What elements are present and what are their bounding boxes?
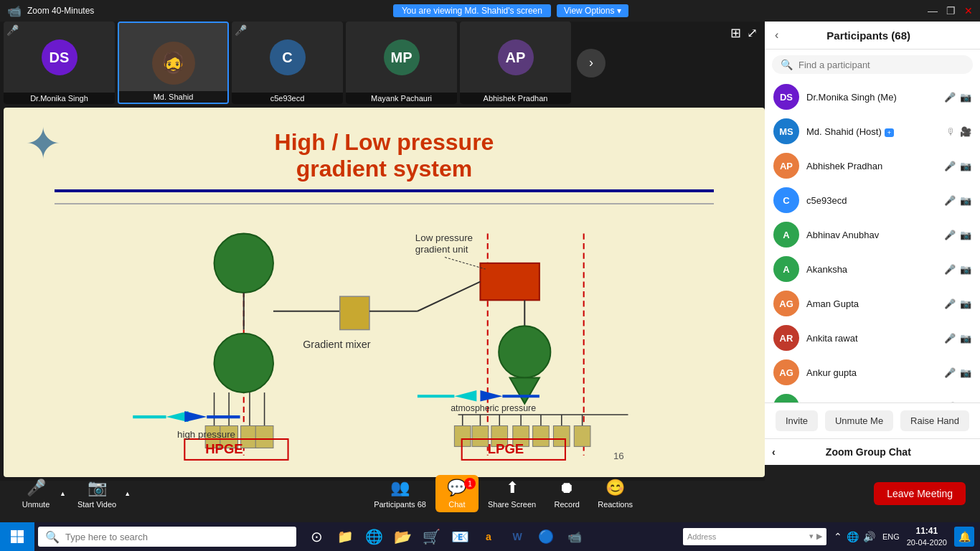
video-off-icon: 📷 — [960, 298, 971, 309]
more-participants-button[interactable]: › — [577, 49, 606, 77]
taskbar-cortana[interactable]: ⊙ — [303, 524, 329, 550]
expand-icon[interactable]: ⤢ — [747, 25, 758, 41]
main-content: DS 🎤 Dr.Monika Singh 🧔 Md. Shahid C 🎤 c5… — [0, 22, 980, 465]
participants-button[interactable]: 👥 Participants 68 — [368, 475, 432, 512]
taskbar-search-icon: 🔍 — [45, 530, 60, 544]
participant-list-item[interactable]: C c5e93ecd 🎤 📷 — [765, 183, 980, 217]
participant-list-item[interactable]: MS Md. Shahid (Host)+ 🎙 🎥 — [765, 114, 980, 149]
search-icon: 🔍 — [781, 59, 793, 70]
participant-status-icons: 🎤 📷 — [944, 264, 971, 275]
participant-list-item[interactable]: DS Dr.Monika Singh (Me) 🎤 📷 — [765, 80, 980, 114]
raise-hand-button[interactable]: Raise Hand — [900, 410, 969, 431]
svg-text:16: 16 — [613, 451, 624, 461]
taskbar-mail[interactable]: 📧 — [447, 524, 473, 550]
muted-icon: 🎤 — [944, 195, 956, 206]
taskbar-edge[interactable]: 🌐 — [361, 524, 387, 550]
video-off-icon: 📷 — [960, 264, 971, 275]
participant-avatar: A — [773, 222, 799, 248]
participant-list-item[interactable]: A Akanksha 🎤 📷 — [765, 252, 980, 286]
taskbar-zoom[interactable]: 📹 — [562, 524, 588, 550]
mic-icon: 🎙 — [946, 126, 956, 137]
taskbar-search-input[interactable] — [65, 532, 289, 542]
video-caret[interactable]: ▲ — [122, 486, 133, 501]
svg-point-28 — [499, 326, 550, 377]
screen-share-banner: You are viewing Md. Shahid's screen — [393, 4, 551, 17]
record-button[interactable]: ⏺ Record — [545, 475, 588, 512]
invite-button[interactable]: Invite — [776, 410, 818, 431]
video-on-icon: 🎥 — [960, 126, 971, 137]
taskbar-files[interactable]: 📂 — [390, 524, 415, 550]
zoom-group-chat-label: ‹ Zoom Group Chat — [772, 446, 973, 458]
participant-avatar: C — [773, 187, 799, 213]
chevron-down-icon: ▾ — [617, 6, 621, 16]
svg-marker-53 — [480, 390, 502, 401]
address-bar-go[interactable]: ▶ — [816, 532, 822, 541]
tray-volume-icon[interactable]: 🔊 — [863, 531, 875, 542]
video-off-icon: 📷 — [960, 230, 971, 240]
participant-avatar: A — [773, 394, 799, 402]
participant-list-item[interactable]: AP Abhishek Pradhan 🎤 📷 — [765, 149, 980, 183]
unmute-caret[interactable]: ▲ — [57, 486, 68, 501]
unmute-button[interactable]: 🎤 Unmute — [14, 475, 57, 512]
participant-list-item[interactable]: A Arsh 🎤 📷 — [765, 390, 980, 402]
taskbar-word[interactable]: W — [504, 524, 530, 550]
participant-thumb-abhishek: AP Abhishek Pradhan — [460, 22, 571, 104]
taskbar-apps: ⊙ 📁 🌐 📂 🛒 📧 a W 🔵 📹 — [303, 524, 588, 550]
slide-star: ✦ — [25, 118, 61, 169]
tray-up-icon[interactable]: ⌃ — [834, 531, 842, 542]
address-bar[interactable]: Address ▾ ▶ — [683, 528, 826, 545]
microphone-icon: 🎤 — [27, 479, 46, 497]
taskbar-store[interactable]: 🛒 — [418, 524, 444, 550]
titlebar: 📹 Zoom 40-Minutes You are viewing Md. Sh… — [0, 0, 980, 22]
taskbar-amazon[interactable]: a — [476, 524, 501, 550]
svg-line-50 — [445, 258, 486, 269]
participant-name: Aman Gupta — [806, 298, 937, 309]
svg-text:Gradient mixer: Gradient mixer — [303, 339, 371, 350]
taskbar-search-box[interactable]: 🔍 — [38, 527, 296, 547]
chat-button[interactable]: 1 💬 Chat — [435, 475, 479, 512]
start-button[interactable] — [0, 522, 34, 551]
participant-list-item[interactable]: AR Ankita rawat 🎤 📷 — [765, 321, 980, 355]
svg-rect-60 — [18, 537, 24, 544]
muted-icon: 🎤 — [944, 367, 956, 378]
share-screen-button[interactable]: ⬆ Share Screen — [482, 475, 542, 512]
participant-list-item[interactable]: A Abhinav Anubhav 🎤 📷 — [765, 217, 980, 252]
participant-search-input[interactable] — [798, 60, 964, 70]
participant-list-item[interactable]: AG Ankur gupta 🎤 📷 — [765, 355, 980, 390]
svg-point-1 — [215, 234, 273, 293]
view-options-button[interactable]: View Options ▾ — [557, 4, 628, 17]
video-area: DS 🎤 Dr.Monika Singh 🧔 Md. Shahid C 🎤 c5… — [0, 22, 765, 465]
slide-divider-gray — [55, 203, 714, 204]
minimize-button[interactable]: — — [928, 5, 938, 17]
chevron-down-panel-icon: ‹ — [772, 446, 776, 458]
participant-search-box[interactable]: 🔍 — [772, 55, 973, 74]
maximize-button[interactable]: ❐ — [946, 5, 956, 17]
address-bar-dropdown[interactable]: ▾ — [809, 532, 814, 541]
participant-thumb-md-shahid: 🧔 Md. Shahid — [118, 22, 229, 104]
participant-thumb-c5e93ecd: C 🎤 c5e93ecd — [232, 22, 343, 104]
taskbar-chrome[interactable]: 🔵 — [533, 524, 559, 550]
lang-indicator: ENG — [882, 532, 900, 541]
participant-avatar: A — [773, 256, 799, 282]
mute-icon: 🎤 — [6, 24, 19, 36]
participant-name: Ankur gupta — [806, 367, 937, 378]
taskbar-explorer[interactable]: 📁 — [332, 524, 358, 550]
reactions-button[interactable]: 😊 Reactions — [592, 475, 639, 512]
close-button[interactable]: ✕ — [964, 5, 973, 17]
panel-collapse-button[interactable]: ‹ — [775, 29, 778, 42]
participant-name: Akanksha — [806, 264, 937, 275]
unmute-me-button[interactable]: Unmute Me — [825, 410, 893, 431]
leave-meeting-button[interactable]: Leave Meeting — [874, 482, 966, 505]
tray-network-icon[interactable]: 🌐 — [847, 531, 859, 542]
video-off-icon: 📷 — [960, 195, 971, 206]
participant-status-icons: 🎤 📷 — [944, 333, 971, 344]
grid-view-icon[interactable]: ⊞ — [730, 25, 741, 41]
panel-bottom: ‹ Zoom Group Chat — [765, 438, 980, 465]
participant-status-icons: 🎤 📷 — [944, 230, 971, 240]
svg-marker-21 — [184, 411, 207, 422]
notification-button[interactable]: 🔔 — [954, 527, 974, 547]
participants-list: DS Dr.Monika Singh (Me) 🎤 📷 MS Md. Shahi… — [765, 80, 980, 402]
participant-list-item[interactable]: AG Aman Gupta 🎤 📷 — [765, 286, 980, 321]
participant-status-icons: 🎤 📷 — [944, 298, 971, 309]
start-video-button[interactable]: 📷 Start Video — [72, 475, 122, 512]
